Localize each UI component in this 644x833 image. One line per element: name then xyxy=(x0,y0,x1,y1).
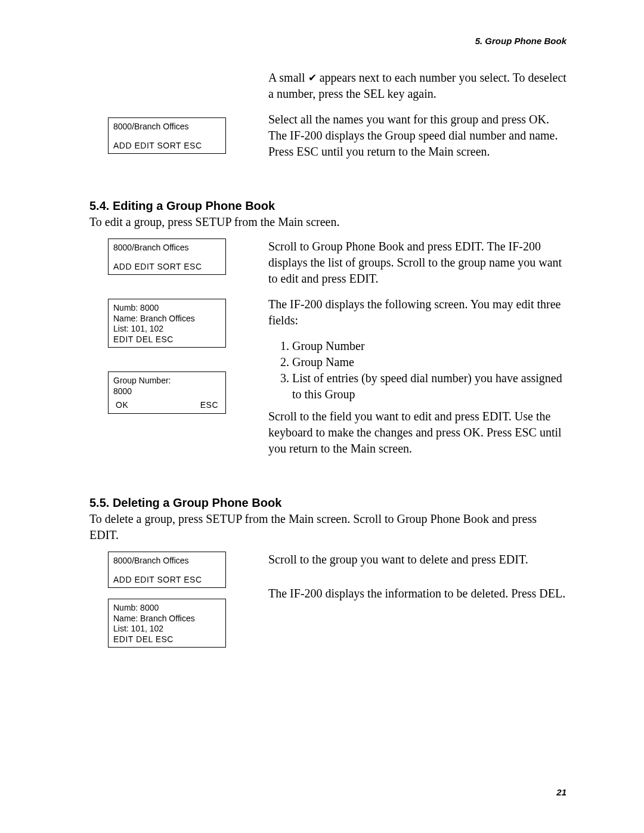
lcd-line: Group Number: xyxy=(113,376,221,386)
lcd-menu-item: ESC xyxy=(200,400,218,411)
lcd-screen-group-detail: Numb: 8000 Name: Branch Offices List: 10… xyxy=(108,599,226,648)
lcd-line: Numb: 8000 xyxy=(113,603,221,614)
lcd-screen-group-list: 8000/Branch Offices ADD EDIT SORT ESC xyxy=(108,239,226,275)
paragraph: The IF-200 displays the following screen… xyxy=(268,296,566,329)
check-icon: ✔ xyxy=(308,72,317,83)
lcd-line: 8000/Branch Offices xyxy=(113,556,221,566)
paragraph: Select all the names you want for this g… xyxy=(268,112,566,160)
lcd-line: List: 101, 102 xyxy=(113,324,221,335)
list-item: List of entries (by speed dial number) y… xyxy=(292,370,566,402)
paragraph: Scroll to the field you want to edit and… xyxy=(268,408,566,457)
lcd-screen-group-list: 8000/Branch Offices ADD EDIT SORT ESC xyxy=(108,117,226,154)
paragraph: To delete a group, press SETUP from the … xyxy=(89,511,566,543)
lcd-line: Name: Branch Offices xyxy=(113,614,221,624)
lcd-screen-group-detail: Numb: 8000 Name: Branch Offices List: 10… xyxy=(108,299,226,348)
lcd-menu: EDIT DEL ESC xyxy=(113,335,221,345)
lcd-menu: ADD EDIT SORT ESC xyxy=(113,262,221,272)
paragraph: The IF-200 displays the information to b… xyxy=(268,586,566,602)
lcd-line: 8000/Branch Offices xyxy=(113,122,221,132)
page-number: 21 xyxy=(556,787,566,797)
section-heading-5-4: 5.4. Editing a Group Phone Book xyxy=(89,199,566,213)
lcd-line: List: 101, 102 xyxy=(113,624,221,634)
lcd-line: Numb: 8000 xyxy=(113,303,221,314)
page-header: 5. Group Phone Book xyxy=(89,36,566,46)
lcd-menu: ADD EDIT SORT ESC xyxy=(113,141,221,151)
section-heading-5-5: 5.5. Deleting a Group Phone Book xyxy=(89,496,566,510)
list-item: Group Number xyxy=(292,338,566,354)
lcd-menu: OK ESC xyxy=(113,400,221,411)
paragraph: Scroll to Group Phone Book and press EDI… xyxy=(268,239,566,287)
lcd-line: 8000/Branch Offices xyxy=(113,243,221,253)
lcd-menu-item: OK xyxy=(116,400,128,411)
paragraph: To edit a group, press SETUP from the Ma… xyxy=(89,214,566,230)
lcd-screen-group-list: 8000/Branch Offices ADD EDIT SORT ESC xyxy=(108,552,226,588)
lcd-screen-group-number: Group Number: 8000 OK ESC xyxy=(108,371,226,414)
paragraph: A small ✔ appears next to each number yo… xyxy=(268,70,566,102)
lcd-menu: ADD EDIT SORT ESC xyxy=(113,575,221,586)
lcd-line: Name: Branch Offices xyxy=(113,314,221,324)
text: A small xyxy=(268,71,308,84)
paragraph: Scroll to the group you want to delete a… xyxy=(268,552,566,568)
lcd-menu: EDIT DEL ESC xyxy=(113,634,221,645)
list-item: Group Name xyxy=(292,354,566,370)
lcd-line: 8000 xyxy=(113,386,221,397)
ordered-list-editable-fields: Group Number Group Name List of entries … xyxy=(281,338,566,402)
